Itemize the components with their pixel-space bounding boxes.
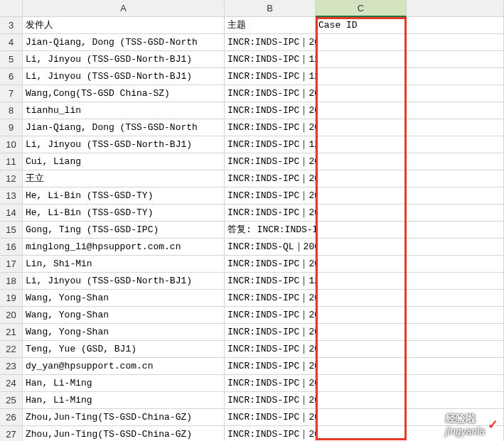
cell-overflow-tail[interactable] [407,34,504,51]
cell-overflow-tail[interactable] [407,222,504,239]
cell-overflow-tail[interactable] [407,341,504,358]
spreadsheet-grid[interactable]: ABC3发件人主题Case ID4Jian-Qiang, Dong (TSS-G… [0,0,504,441]
cell-overflow-tail[interactable] [407,392,504,409]
header-cell-sender[interactable]: 发件人 [23,17,225,34]
cell-caseid[interactable] [316,119,407,136]
row-header-3[interactable]: 3 [0,17,23,34]
cell-overflow-tail[interactable] [407,324,504,341]
cell-subject[interactable]: INCR:INDS-IPC｜2009511｜F4H996051001｜浙江省 [225,153,316,170]
cell-overflow-tail[interactable] [407,102,504,119]
cell-subject[interactable]: INCR:INDS-IPC｜2009953｜F4XZ98652016+F4XZ9… [225,34,316,51]
cell-subject[interactable]: INCR:INDS-IPC｜2009308｜F4XZ98739088｜万达电 [225,392,316,409]
cell-sender[interactable]: Li, Jinyou (TSS-GSD-North-BJ1) [23,273,225,290]
row-header-7[interactable]: 7 [0,85,23,102]
cell-caseid[interactable] [316,205,407,222]
cell-subject[interactable]: INCR:INDS-IPC｜2009542｜F4H747401001｜万达电 [225,409,316,426]
cell-caseid[interactable] [316,102,407,119]
cell-caseid[interactable] [316,341,407,358]
cell-subject[interactable]: INCR:INDS-IPC｜2009542｜F4HZ46761001｜万达电 [225,426,316,441]
row-header-6[interactable]: 6 [0,68,23,85]
cell-overflow-tail[interactable] [407,187,504,205]
row-header-23[interactable]: 23 [0,358,23,375]
cell-subject[interactable]: INCR:INDS-IPC｜2009644｜F4HZ97278035｜山西省 [225,187,316,205]
cell-sender[interactable]: 王立 [23,170,225,187]
row-header-20[interactable]: 20 [0,307,23,324]
column-header-B[interactable]: B [225,0,316,17]
cell-overflow-tail[interactable] [407,119,504,136]
cell-sender[interactable]: Zhou,Jun-Ting(TS-GSD-China-GZ) [23,409,225,426]
row-header-4[interactable]: 4 [0,34,23,51]
cell-overflow-tail[interactable] [407,358,504,375]
cell-sender[interactable]: Wang, Yong-Shan [23,290,225,307]
row-header-10[interactable]: 10 [0,136,23,153]
cell-subject[interactable]: INCR:INDS-IPC｜1210318｜F4XZ98568001~016+F… [225,68,316,85]
row-header-22[interactable]: 22 [0,341,23,358]
cell-subject[interactable]: INCR:INDS-IPC｜2009888｜F4HZ69032001｜深圳市 [225,85,316,102]
row-header-13[interactable]: 13 [0,187,23,205]
cell-caseid[interactable] [316,273,407,290]
cell-sender[interactable]: minglong_li@hpsupport.com.cn [23,239,225,256]
cell-subject[interactable]: INCR:INDS-IPC｜2009689｜F4H921165002｜浦发银 [225,102,316,119]
row-header-25[interactable]: 25 [0,392,23,409]
cell-subject[interactable]: INCR:INDS-IPC｜2009783｜F4H921160007+F4HZ9… [225,358,316,375]
cell-sender[interactable]: Li, Jinyou (TSS-GSD-North-BJ1) [23,136,225,153]
row-header-5[interactable]: 5 [0,51,23,68]
cell-overflow-tail[interactable] [407,239,504,256]
cell-sender[interactable]: Jian-Qiang, Dong (TSS-GSD-North [23,34,225,51]
cell-sender[interactable]: dy_yan@hpsupport.com.cn [23,358,225,375]
cell-caseid[interactable] [316,409,407,426]
cell-subject[interactable]: INCR:INDS-IPC｜2009953｜F4XZ98652016+F4XZ9… [225,119,316,136]
cell-sender[interactable]: Li, Jinyou (TSS-GSD-North-BJ1) [23,51,225,68]
cell-caseid[interactable] [316,392,407,409]
cell-caseid[interactable] [316,51,407,68]
cell-sender[interactable]: Cui, Liang [23,153,225,170]
cell-subject[interactable]: INCR:INDS-IPC｜2009644｜F4HZ97278035｜山西省 [225,205,316,222]
cell-subject[interactable]: 答复: INCR:INDS-IPC｜1210318｜F4XZ98568001~ [225,222,316,239]
cell-subject[interactable]: INCR:INDS-IPC｜1210318｜F4XZ98568001^016+F… [225,51,316,68]
cell-overflow-tail[interactable] [407,256,504,273]
column-header-C[interactable]: C [316,0,407,17]
cell-empty[interactable] [407,17,504,34]
cell-caseid[interactable] [316,307,407,324]
cell-sender[interactable]: Teng, Yue (GSD, BJ1) [23,341,225,358]
column-header-next[interactable] [407,0,504,17]
row-header-9[interactable]: 9 [0,119,23,136]
cell-caseid[interactable] [316,290,407,307]
cell-caseid[interactable] [316,187,407,205]
cell-overflow-tail[interactable] [407,307,504,324]
cell-caseid[interactable] [316,170,407,187]
row-header-18[interactable]: 18 [0,273,23,290]
cell-subject[interactable]: INCR:INDS-IPC｜1210318｜F4XZ98568001~016+F… [225,273,316,290]
cell-overflow-tail[interactable] [407,205,504,222]
row-header-16[interactable]: 16 [0,239,23,256]
cell-subject[interactable]: INCR:INDS-QL｜2005744｜F4H967008013+F4HZ68… [225,239,316,256]
cell-subject[interactable]: INCR:INDS-IPC｜2009289｜F4HZ97306001｜浙商银 [225,375,316,392]
cell-sender[interactable]: tianhu_lin [23,102,225,119]
cell-sender[interactable]: Gong, Ting (TSS-GSD-IPC) [23,222,225,239]
row-header-17[interactable]: 17 [0,256,23,273]
cell-sender[interactable]: Han, Li-Ming [23,375,225,392]
cell-sender[interactable]: He, Li-Bin (TSS-GSD-TY) [23,205,225,222]
cell-overflow-tail[interactable] [407,290,504,307]
cell-sender[interactable]: Wang,Cong(TS-GSD China-SZ) [23,85,225,102]
cell-caseid[interactable] [316,153,407,170]
cell-overflow-tail[interactable] [407,85,504,102]
cell-subject[interactable]: INCR:INDS-IPC｜2009659｜F4HZ97327001-002｜宁 [225,256,316,273]
cell-overflow-tail[interactable] [407,51,504,68]
row-header-11[interactable]: 11 [0,153,23,170]
cell-caseid[interactable] [316,358,407,375]
cell-caseid[interactable] [316,136,407,153]
row-header-14[interactable]: 14 [0,205,23,222]
row-header-8[interactable]: 8 [0,102,23,119]
cell-caseid[interactable] [316,324,407,341]
row-header-27[interactable]: 27 [0,426,23,441]
cell-caseid[interactable] [316,426,407,441]
row-header-12[interactable]: 12 [0,170,23,187]
header-cell-caseid[interactable]: Case ID [316,17,407,34]
row-header-21[interactable]: 21 [0,324,23,341]
cell-caseid[interactable] [316,85,407,102]
cell-sender[interactable]: Han, Li-Ming [23,392,225,409]
row-header-19[interactable]: 19 [0,290,23,307]
cell-sender[interactable]: He, Li-Bin (TSS-GSD-TY) [23,187,225,205]
cell-sender[interactable]: Wang, Yong-Shan [23,307,225,324]
